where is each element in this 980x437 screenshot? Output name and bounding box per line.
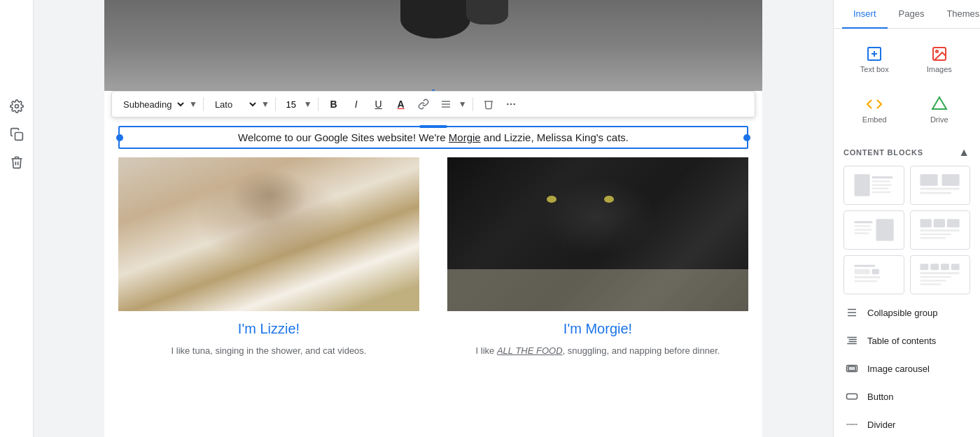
svg-rect-27 [854,233,869,234]
svg-rect-34 [920,237,946,238]
underline-button[interactable]: U [369,94,388,114]
style-select[interactable]: Subheading [118,97,186,112]
svg-rect-28 [876,219,893,241]
svg-rect-1 [15,133,22,141]
block-layout-3[interactable] [844,210,904,250]
text-color-button[interactable]: A [391,94,411,114]
text-toolbar: Subheading ▼ Lato ▼ 15 ▼ B I U A [111,91,755,117]
svg-rect-21 [942,174,960,185]
font-select[interactable]: Lato [209,97,258,112]
svg-rect-57 [847,394,858,399]
svg-rect-41 [930,264,939,270]
bold-button[interactable]: B [324,94,344,114]
collapsible-group-label: Collapsible group [867,308,937,318]
block-layout-2[interactable] [910,166,971,205]
main-content: Subheading ▼ Lato ▼ 15 ▼ B I U A [34,0,833,437]
right-sidebar: Insert Pages Themes Text box [833,0,980,437]
align-button[interactable] [436,94,456,114]
tool-row-1: Text box Images [834,34,980,85]
svg-rect-30 [934,219,945,227]
svg-point-6 [510,103,512,106]
button-item[interactable]: Button [834,382,980,410]
font-size-input[interactable]: 15 [281,99,301,110]
delete-text-button[interactable] [479,94,498,114]
button-label: Button [867,392,894,402]
image-carousel-label: Image carousel [867,364,930,374]
more-button[interactable] [501,94,521,114]
svg-rect-56 [848,366,856,371]
tool-drive[interactable]: Drive [914,90,965,129]
copy-icon[interactable] [8,126,25,143]
tool-text-box[interactable]: Text box [849,40,899,79]
button-icon [845,389,859,403]
svg-rect-43 [951,264,960,270]
svg-rect-25 [854,225,871,227]
svg-point-12 [936,50,938,52]
morgie-name: I'm Morgie! [564,321,632,337]
tool-images[interactable]: Images [914,40,965,79]
svg-rect-26 [854,229,872,231]
svg-rect-24 [854,221,872,223]
cat-section: I'm Lizzie! I like tuna, singing in the … [104,157,762,379]
block-layout-5[interactable] [844,255,904,294]
text-block-selected[interactable]: Welcome to our Google Sites website! We'… [118,126,748,149]
italic-button[interactable]: I [346,94,366,114]
svg-rect-14 [854,174,869,196]
content-blocks-header: CONTENT BLOCKS ▲ [834,141,980,162]
tool-row-2: Embed Drive [834,85,980,135]
content-block-list: Collapsible group Table of contents Im [834,299,980,437]
text-box-icon [866,45,883,62]
table-of-contents-label: Table of contents [867,336,936,346]
embed-icon [866,96,883,113]
insert-tools: Text box Images [834,29,980,141]
svg-rect-16 [872,180,890,182]
tab-insert[interactable]: Insert [842,0,888,29]
toc-icon [845,334,859,348]
tab-themes[interactable]: Themes [935,0,980,29]
content-blocks-label: CONTENT BLOCKS [844,148,923,157]
delete-icon[interactable] [8,154,25,171]
svg-rect-47 [920,284,941,285]
images-icon [931,45,948,62]
divider-label: Divider [867,420,895,430]
svg-rect-15 [872,176,892,178]
images-label: Images [927,65,952,73]
cat-morgie-image [447,157,748,311]
tab-pages[interactable]: Pages [888,0,936,29]
image-carousel-item[interactable]: Image carousel [834,354,980,382]
svg-rect-46 [920,280,946,281]
page-canvas: Subheading ▼ Lato ▼ 15 ▼ B I U A [104,0,762,437]
cat-lizzie-image [118,157,419,311]
selection-handle-left [116,134,123,141]
svg-rect-40 [920,264,929,270]
divider-item[interactable]: Divider [834,410,980,437]
block-layout-6[interactable] [910,255,971,294]
blocks-grid [834,162,980,299]
welcome-text: Welcome to our Google Sites website! We'… [128,131,738,143]
divider-icon [845,417,859,431]
settings-icon[interactable] [8,98,25,115]
svg-rect-33 [920,234,951,235]
svg-rect-29 [920,219,932,227]
svg-rect-17 [872,185,891,186]
svg-rect-44 [920,272,960,274]
content-blocks-chevron[interactable]: ▲ [958,146,970,159]
svg-rect-37 [872,269,878,274]
svg-rect-35 [854,265,875,267]
svg-point-5 [507,103,509,106]
cat-column-morgie: I'm Morgie! I like ALL THE FOOD, snuggli… [433,157,762,379]
link-button[interactable] [414,94,433,114]
svg-rect-42 [941,264,949,270]
block-layout-1[interactable] [844,166,904,205]
svg-rect-39 [854,280,877,282]
svg-rect-18 [872,188,888,189]
block-layout-4[interactable] [910,210,971,250]
tool-embed[interactable]: Embed [849,90,899,129]
cat-column-lizzie: I'm Lizzie! I like tuna, singing in the … [104,157,433,379]
svg-rect-22 [920,188,960,190]
drive-label: Drive [930,115,948,124]
table-of-contents-item[interactable]: Table of contents [834,327,980,354]
svg-rect-32 [920,229,960,231]
collapsible-group-item[interactable]: Collapsible group [834,299,980,327]
morgie-description: I like ALL THE FOOD, snuggling, and napp… [476,344,720,358]
